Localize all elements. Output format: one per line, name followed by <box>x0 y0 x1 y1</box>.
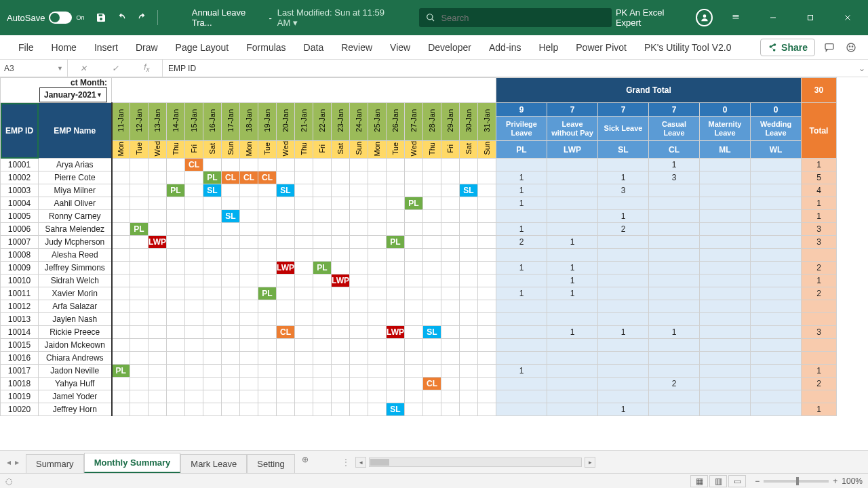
view-pagelayout-icon[interactable]: ▥ <box>709 475 727 487</box>
day-cell[interactable] <box>441 249 460 262</box>
day-cell[interactable] <box>313 223 332 236</box>
day-cell[interactable] <box>478 403 496 416</box>
day-cell[interactable] <box>295 210 313 223</box>
day-cell[interactable] <box>313 365 332 378</box>
day-cell[interactable] <box>405 300 423 313</box>
day-cell[interactable] <box>112 378 130 390</box>
day-cell[interactable] <box>405 378 423 390</box>
day-cell[interactable] <box>460 378 478 390</box>
day-cell[interactable] <box>240 365 258 378</box>
row-total-CL[interactable] <box>649 403 700 416</box>
day-cell[interactable] <box>240 326 258 339</box>
row-total-PL[interactable] <box>496 159 547 171</box>
day-cell[interactable] <box>478 300 496 313</box>
day-cell[interactable] <box>460 287 478 300</box>
day-cell[interactable] <box>149 390 167 403</box>
day-cell[interactable] <box>423 300 441 313</box>
day-cell[interactable] <box>405 339 423 352</box>
day-cell[interactable] <box>332 223 350 236</box>
row-total-all[interactable]: 1 <box>802 365 837 378</box>
leave-chip-PL[interactable]: PL <box>112 365 130 378</box>
row-total-WL[interactable] <box>751 352 802 365</box>
day-cell[interactable] <box>167 159 185 171</box>
day-cell[interactable] <box>112 236 130 249</box>
leave-chip-LWP[interactable]: LWP <box>387 326 405 339</box>
day-cell[interactable] <box>149 300 167 313</box>
day-cell[interactable] <box>277 390 295 403</box>
emp-name-cell[interactable]: Sahra Melendez <box>39 223 112 236</box>
day-cell[interactable] <box>130 300 149 313</box>
day-cell[interactable] <box>240 390 258 403</box>
day-cell[interactable] <box>222 378 240 390</box>
day-cell[interactable] <box>112 262 130 274</box>
row-total-PL[interactable]: 2 <box>496 236 547 249</box>
day-cell[interactable] <box>332 339 350 352</box>
row-total-SL[interactable] <box>598 274 649 287</box>
day-cell[interactable] <box>167 390 185 403</box>
row-total-LWP[interactable]: 1 <box>547 236 598 249</box>
day-cell[interactable] <box>185 313 203 326</box>
row-total-all[interactable] <box>802 300 837 313</box>
day-cell[interactable] <box>332 262 350 274</box>
day-cell[interactable] <box>350 159 368 171</box>
day-cell[interactable] <box>277 365 295 378</box>
row-total-LWP[interactable] <box>547 171 598 184</box>
day-cell[interactable] <box>423 210 441 223</box>
day-cell[interactable] <box>258 274 277 287</box>
hscroll-track[interactable] <box>369 458 582 467</box>
day-cell[interactable] <box>460 390 478 403</box>
last-modified[interactable]: Last Modified: Sun at 11:59 AM▾ <box>277 7 399 28</box>
row-total-CL[interactable]: 1 <box>649 159 700 171</box>
row-total-CL[interactable] <box>649 390 700 403</box>
row-total-ML[interactable] <box>700 313 751 326</box>
emoji-icon[interactable] <box>844 40 859 55</box>
account-avatar-icon[interactable] <box>696 9 712 26</box>
day-cell[interactable] <box>112 300 130 313</box>
day-cell[interactable] <box>368 300 387 313</box>
row-total-WL[interactable] <box>751 365 802 378</box>
day-cell[interactable] <box>203 313 222 326</box>
day-cell[interactable] <box>185 171 203 184</box>
day-cell[interactable] <box>149 262 167 274</box>
day-cell[interactable] <box>203 197 222 210</box>
day-cell[interactable] <box>368 262 387 274</box>
day-cell[interactable] <box>295 365 313 378</box>
day-cell[interactable] <box>167 236 185 249</box>
row-total-SL[interactable] <box>598 390 649 403</box>
day-cell[interactable] <box>258 197 277 210</box>
row-total-PL[interactable]: 1 <box>496 287 547 300</box>
day-cell[interactable] <box>167 171 185 184</box>
day-cell[interactable] <box>130 365 149 378</box>
day-cell[interactable] <box>350 300 368 313</box>
window-maximize-icon[interactable] <box>796 8 824 27</box>
row-total-PL[interactable]: 1 <box>496 262 547 274</box>
day-cell[interactable] <box>441 210 460 223</box>
row-total-WL[interactable] <box>751 339 802 352</box>
day-cell[interactable] <box>130 184 149 197</box>
save-icon[interactable] <box>92 9 108 26</box>
day-cell[interactable] <box>460 313 478 326</box>
emp-id-cell[interactable]: 10002 <box>1 171 39 184</box>
day-cell[interactable] <box>387 287 405 300</box>
day-cell[interactable] <box>350 171 368 184</box>
row-total-all[interactable]: 4 <box>802 184 837 197</box>
leave-chip-CL[interactable]: CL <box>185 159 203 171</box>
day-cell[interactable] <box>478 378 496 390</box>
day-cell[interactable] <box>405 171 423 184</box>
zoom-in-icon[interactable]: + <box>833 476 837 486</box>
emp-name-cell[interactable]: Judy Mcpherson <box>39 236 112 249</box>
day-cell[interactable] <box>405 352 423 365</box>
row-total-LWP[interactable]: 1 <box>547 326 598 339</box>
row-total-all[interactable] <box>802 352 837 365</box>
day-cell[interactable] <box>387 262 405 274</box>
day-cell[interactable] <box>423 390 441 403</box>
day-cell[interactable] <box>350 339 368 352</box>
day-cell[interactable] <box>368 223 387 236</box>
emp-name-cell[interactable]: Pierre Cote <box>39 171 112 184</box>
day-cell[interactable] <box>203 339 222 352</box>
day-cell[interactable] <box>423 171 441 184</box>
day-cell[interactable] <box>313 390 332 403</box>
day-cell[interactable] <box>149 403 167 416</box>
row-total-CL[interactable] <box>649 313 700 326</box>
day-cell[interactable] <box>112 210 130 223</box>
